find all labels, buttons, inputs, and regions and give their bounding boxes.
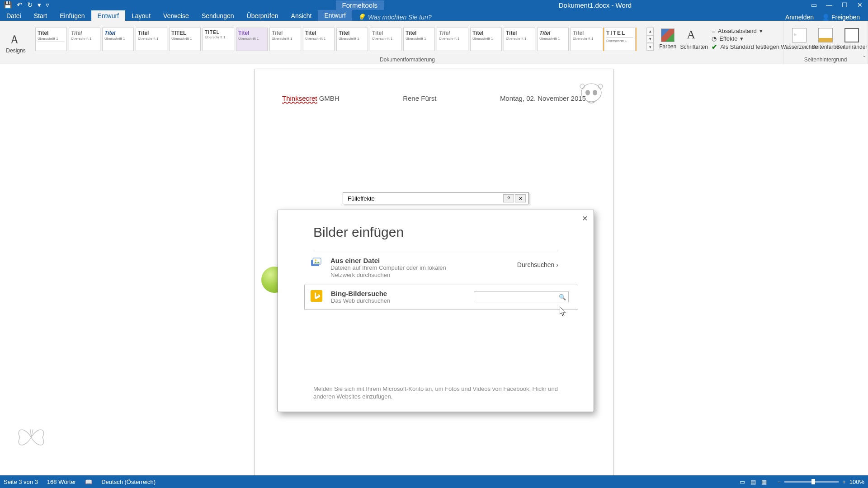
bing-icon <box>310 290 323 302</box>
status-proofing-icon[interactable]: 📖 <box>85 479 92 485</box>
paragraph-spacing-button[interactable]: ≡ Absatzabstand ▾ <box>712 28 779 34</box>
colors-icon <box>661 28 675 42</box>
print-layout-icon[interactable]: ▤ <box>750 479 756 485</box>
collapse-ribbon-icon[interactable]: ˇ <box>863 55 865 62</box>
fonts-button[interactable]: A Schriftarten <box>682 28 706 50</box>
tab-layout[interactable]: Layout <box>125 10 157 21</box>
svg-point-7 <box>315 259 316 261</box>
web-layout-icon[interactable]: ▦ <box>761 479 767 485</box>
save-icon[interactable]: 💾 <box>4 1 12 9</box>
page-borders-button[interactable]: Seitenränder <box>840 28 864 50</box>
bing-title: Bing-Bildersuche <box>331 290 466 297</box>
window-title: Dokument1.docx - Word <box>384 1 807 9</box>
gallery-spinner[interactable]: ▴ ▾ ▾ <box>646 28 654 51</box>
modal-footer-text: Melden Sie sich mit Ihrem Microsoft-Kont… <box>313 385 558 401</box>
file-browse-icon <box>310 257 322 269</box>
gallery-more-icon[interactable]: ▾ <box>646 43 654 51</box>
lightbulb-icon: 💡 <box>358 14 365 21</box>
svg-point-2 <box>593 90 597 95</box>
modal-close-icon[interactable]: ✕ <box>580 214 589 223</box>
option-from-file[interactable]: Aus einer Datei Dateien auf Ihrem Comput… <box>278 251 594 285</box>
header-company: Thinksecret GMBH <box>282 94 340 102</box>
page-color-icon <box>818 28 833 42</box>
tab-datei[interactable]: Datei <box>0 10 28 21</box>
tab-ansicht[interactable]: Ansicht <box>285 10 318 21</box>
browse-link[interactable]: Durchsuchen › <box>517 261 558 268</box>
dialog-close-icon[interactable]: ✕ <box>515 194 526 202</box>
gallery-down-icon[interactable]: ▾ <box>646 35 654 43</box>
page-color-button[interactable]: Seitenfarbe <box>813 28 838 50</box>
svg-point-1 <box>585 90 590 95</box>
ribbon-display-icon[interactable]: ▭ <box>807 0 821 9</box>
zoom-in-icon[interactable]: + <box>842 479 846 485</box>
group-background-label: Seitenhintergrund <box>804 56 847 63</box>
maximize-icon[interactable]: ☐ <box>837 0 852 9</box>
gallery-up-icon[interactable]: ▴ <box>646 28 654 35</box>
option-bing-search[interactable]: Bing-Bildersuche Das Web durchsuchen 🔍 <box>304 285 578 310</box>
style-set-gallery[interactable]: TitelÜberschrift 1 TitelÜberschrift 1 Ti… <box>35 28 645 51</box>
watermark-icon: A <box>792 28 807 42</box>
read-mode-icon[interactable]: ▭ <box>740 479 745 485</box>
from-file-title: Aus einer Datei <box>330 257 509 264</box>
tab-entwurf[interactable]: Entwurf <box>91 10 125 21</box>
check-icon: ✔ <box>712 43 717 51</box>
tab-formel-entwurf[interactable]: Entwurf <box>318 10 352 21</box>
skull-graphic <box>578 82 605 109</box>
chevron-right-icon: › <box>556 261 558 268</box>
close-icon[interactable]: ✕ <box>853 0 867 9</box>
colors-button[interactable]: Farben <box>656 28 680 50</box>
bing-search-input[interactable] <box>474 291 569 302</box>
header-author: Rene Fürst <box>403 94 436 102</box>
qat-more-icon[interactable]: ▾ <box>38 1 41 9</box>
svg-rect-8 <box>311 290 322 302</box>
from-file-desc: Dateien auf Ihrem Computer oder im lokal… <box>330 264 448 279</box>
qat-customize-icon[interactable]: ▿ <box>46 1 49 9</box>
share-button[interactable]: 👤 Freigeben <box>822 14 860 21</box>
status-words[interactable]: 168 Wörter <box>47 479 76 485</box>
dialog-help-icon[interactable]: ? <box>503 194 514 202</box>
dialog-title: Fülleffekte <box>348 195 375 202</box>
designs-button[interactable]: Ａ Designs <box>4 32 28 54</box>
status-language[interactable]: Deutsch (Österreich) <box>101 479 156 485</box>
sign-in-link[interactable]: Anmelden <box>785 14 814 21</box>
bing-desc: Das Web durchsuchen <box>331 297 448 305</box>
zoom-level[interactable]: 100% <box>849 479 864 485</box>
tell-me-placeholder[interactable]: Was möchten Sie tun? <box>368 14 432 21</box>
view-buttons[interactable]: ▭ ▤ ▦ <box>738 479 768 485</box>
redo-icon[interactable]: ↻ <box>27 1 33 9</box>
tab-verweise[interactable]: Verweise <box>157 10 195 21</box>
insert-pictures-dialog: ✕ Bilder einfügen Aus einer Datei Dateie… <box>278 210 594 412</box>
group-formatting-label: Dokumentformatierung <box>380 56 435 63</box>
modal-title: Bilder einfügen <box>278 210 594 251</box>
set-default-button[interactable]: ✔ Als Standard festlegen <box>712 43 779 51</box>
undo-icon[interactable]: ↶ <box>17 1 23 9</box>
fuelleffekte-dialog-titlebar: Fülleffekte ? ✕ <box>343 192 529 204</box>
tab-ueberpruefen[interactable]: Überprüfen <box>241 10 285 21</box>
header-date: Montag, 02. November 2015 <box>500 94 586 102</box>
designs-icon: Ａ <box>9 32 23 46</box>
tab-sendungen[interactable]: Sendungen <box>195 10 241 21</box>
status-page[interactable]: Seite 3 von 3 <box>4 479 38 485</box>
fonts-icon: A <box>687 28 701 42</box>
zoom-out-icon[interactable]: − <box>778 479 781 485</box>
page-borders-icon <box>844 28 859 42</box>
butterfly-graphic <box>15 424 47 451</box>
tab-start[interactable]: Start <box>28 10 54 21</box>
search-icon[interactable]: 🔍 <box>559 294 566 300</box>
minimize-icon[interactable]: — <box>822 0 836 9</box>
tab-einfuegen[interactable]: Einfügen <box>53 10 91 21</box>
effects-button[interactable]: ◔ Effekte ▾ <box>712 35 779 42</box>
zoom-slider[interactable] <box>784 481 839 483</box>
context-tab-label: Formeltools <box>336 0 384 10</box>
watermark-button[interactable]: A Wasserzeichen <box>787 28 811 50</box>
